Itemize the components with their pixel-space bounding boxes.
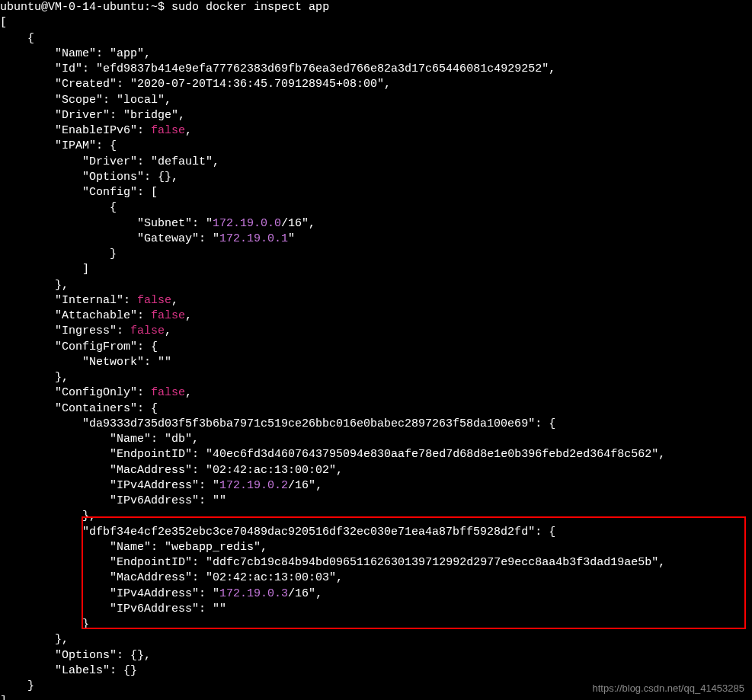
false-keyword: false: [151, 386, 185, 399]
watermark: https://blog.csdn.net/qq_41453285: [593, 682, 745, 695]
ip-subnet: 172.19.0.0: [213, 217, 281, 230]
ip-c1-ipv4: 172.19.0.2: [219, 479, 288, 492]
false-keyword: false: [130, 324, 165, 337]
false-keyword: false: [151, 124, 185, 137]
terminal-output: ubuntu@VM-0-14-ubuntu:~$ sudo docker ins…: [0, 0, 752, 700]
ip-gateway: 172.19.0.1: [219, 232, 288, 245]
false-keyword: false: [151, 309, 185, 322]
ip-c2-ipv4: 172.19.0.3: [219, 587, 288, 600]
shell-prompt: ubuntu@VM-0-14-ubuntu:~$: [0, 1, 165, 14]
false-keyword: false: [137, 294, 171, 307]
shell-command: sudo docker inspect app: [171, 1, 329, 14]
